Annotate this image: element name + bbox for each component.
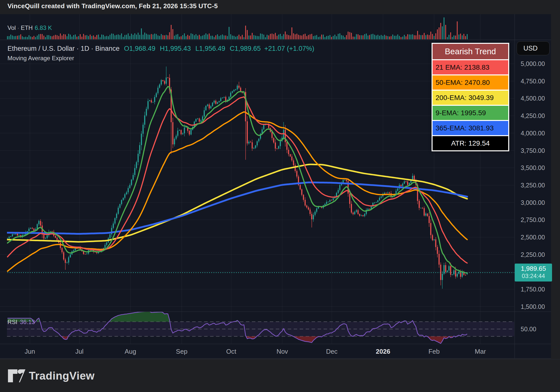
price-tick-label: 5,000.00 (521, 60, 545, 67)
tradingview-chart-window: VinceQuill created with TradingView.com,… (0, 0, 560, 392)
rsi-value: 36.13 (17, 319, 35, 325)
trend-status-badge: Bearish Trend (433, 44, 508, 59)
ohlc-high: H1,995.43 (160, 45, 191, 52)
legend-row-5: ATR: 129.54 (433, 136, 508, 150)
price-tick-label: 3,000.00 (521, 199, 545, 206)
time-axis-label: 2026 (376, 348, 390, 355)
price-tick-label: 4,500.00 (521, 95, 545, 102)
price-tick-label: 2,750.00 (521, 216, 545, 223)
legend-row-4: 365-EMA: 3081.93 (433, 121, 508, 135)
tradingview-wordmark[interactable]: TradingView (29, 370, 95, 382)
rsi-legend: RSI36.13 (7, 319, 35, 326)
ohlc-open: O1,968.49 (124, 45, 155, 52)
price-tick-label: 3,500.00 (521, 164, 545, 171)
legend-row-2: 200-EMA: 3049.39 (433, 91, 508, 105)
current-price-axis-label: 1,989.65 03:24:44 (515, 264, 552, 281)
time-axis-label: Nov (277, 348, 288, 355)
ohlc-low: L1,956.49 (195, 45, 225, 52)
price-tick-label: 3,750.00 (521, 147, 545, 154)
trend-legend-panel: Bearish Trend 21 EMA: 2138.8350-EMA: 247… (432, 43, 509, 151)
price-tick-label: 2,250.00 (521, 251, 545, 258)
time-axis-label: Mar (475, 348, 486, 355)
price-tick-label: 1,750.00 (521, 286, 545, 293)
indicator-title[interactable]: Moving Average Explorer (7, 55, 74, 62)
volume-legend: Vol·ETH6.83 K (7, 24, 52, 31)
currency-toggle-button[interactable]: USD (517, 41, 550, 55)
footer-bar: TradingView (0, 359, 560, 392)
price-tick-label: 4,750.00 (521, 78, 545, 85)
symbol-title-row: Ethereum / U.S. Dollar · 1D · BinanceO1,… (7, 45, 314, 53)
current-price-value: 1,989.65 (515, 264, 552, 272)
time-axis-label: Dec (326, 348, 337, 355)
volume-label: Vol (7, 24, 16, 31)
rsi-axis-label: 50.00 (521, 326, 536, 333)
price-tick-label: 1,500.00 (521, 303, 545, 310)
bar-countdown-timer: 03:24:44 (515, 272, 552, 280)
rsi-label: RSI (7, 319, 17, 325)
volume-symbol: ETH (21, 24, 33, 31)
time-axis-label: Jul (75, 348, 83, 355)
legend-row-3: 9-EMA: 1995.59 (433, 106, 508, 120)
legend-row-0: 21 EMA: 2138.83 (433, 60, 508, 74)
tradingview-logo-icon[interactable] (7, 368, 25, 383)
volume-value: 6.83 K (33, 24, 52, 31)
price-change: +21.07 (+1.07%) (264, 45, 314, 52)
price-tick-label: 4,000.00 (521, 130, 545, 137)
price-tick-label: 3,250.00 (521, 182, 545, 189)
price-tick-label: 2,500.00 (521, 234, 545, 241)
ohlc-close: C1,989.65 (230, 45, 261, 52)
legend-row-1: 50-EMA: 2470.80 (433, 75, 508, 90)
time-axis-label: Aug (125, 348, 136, 355)
symbol-title[interactable]: Ethereum / U.S. Dollar · 1D · Binance (7, 45, 119, 52)
price-tick-label: 4,250.00 (521, 112, 545, 119)
time-axis-label: Sep (176, 348, 187, 355)
time-axis-label: Jun (25, 348, 35, 355)
time-axis-label: Feb (429, 348, 440, 355)
separator-dot: · (16, 24, 21, 31)
time-axis-label: Oct (226, 348, 236, 355)
